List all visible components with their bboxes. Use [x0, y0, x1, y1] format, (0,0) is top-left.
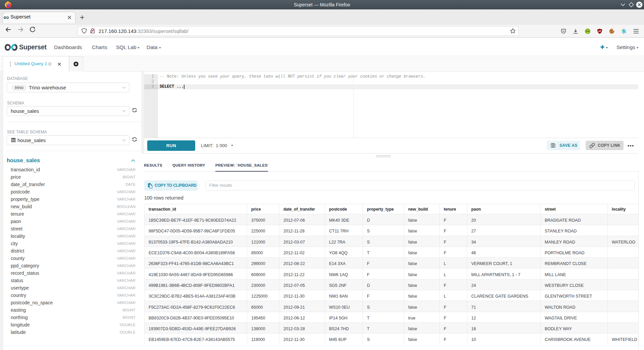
svg-text:uO: uO [598, 30, 601, 32]
